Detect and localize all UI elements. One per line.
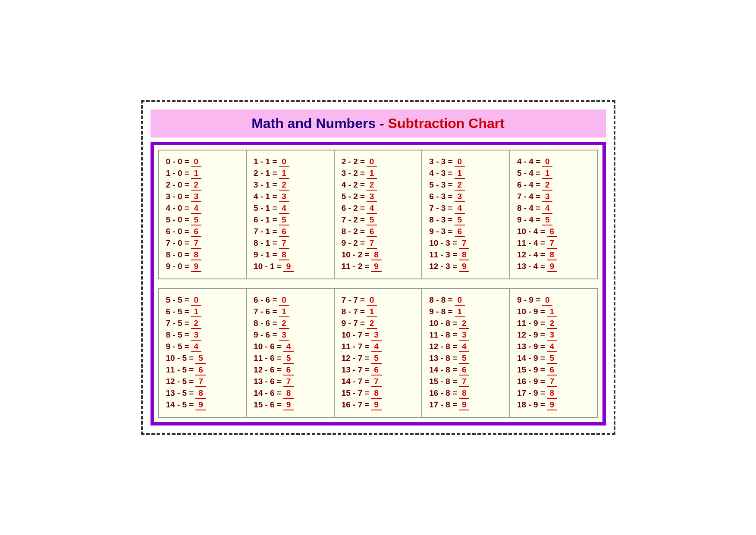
eq-answer: 0 (542, 157, 552, 167)
eq-answer: 6 (547, 365, 557, 375)
eq-text: 8 - 2 = (342, 227, 365, 236)
eq-answer: 0 (191, 157, 201, 167)
eq-text: 6 - 1 = (254, 215, 277, 225)
equation-g1-c1-r3: 9 - 6 = 3 (254, 330, 327, 341)
eq-text: 3 - 1 = (254, 180, 277, 190)
eq-answer: 1 (279, 169, 289, 179)
eq-text: 7 - 5 = (166, 319, 189, 328)
equation-g1-c0-r2: 7 - 5 = 2 (166, 319, 239, 329)
eq-answer: 1 (542, 169, 552, 179)
eq-answer: 0 (279, 295, 289, 306)
eq-answer: 4 (191, 203, 201, 214)
equation-g1-c0-r5: 10 - 5 = 5 (166, 354, 239, 364)
cell-g0-c2: 2 - 2 = 03 - 2 = 14 - 2 = 25 - 2 = 36 - … (335, 150, 423, 279)
eq-text: 11 - 8 = (429, 330, 457, 340)
eq-answer: 5 (195, 354, 206, 364)
eq-answer: 1 (191, 307, 201, 317)
eq-answer: 0 (367, 295, 377, 306)
equation-g0-c1-r7: 8 - 1 = 7 (254, 238, 327, 249)
equation-g0-c4-r6: 10 - 4 = 6 (517, 227, 590, 237)
top-grid: 0 - 0 = 01 - 0 = 12 - 0 = 23 - 0 = 34 - … (158, 150, 598, 279)
eq-text: 10 - 1 = (254, 262, 282, 271)
eq-answer: 9 (195, 400, 206, 410)
eq-answer: 8 (371, 388, 382, 399)
eq-answer: 8 (195, 388, 206, 399)
eq-text: 16 - 7 = (342, 400, 370, 410)
eq-text: 9 - 5 = (166, 342, 189, 351)
equation-g1-c2-r8: 15 - 7 = 8 (342, 388, 415, 399)
eq-text: 13 - 8 = (429, 354, 457, 363)
cell-g1-c0: 5 - 5 = 06 - 5 = 17 - 5 = 28 - 5 = 39 - … (159, 289, 247, 418)
eq-text: 1 - 1 = (254, 157, 277, 166)
eq-answer: 2 (191, 319, 201, 329)
equation-g1-c0-r6: 11 - 5 = 6 (166, 365, 239, 375)
eq-answer: 8 (459, 388, 469, 399)
eq-text: 12 - 7 = (342, 354, 370, 363)
equation-g0-c2-r0: 2 - 2 = 0 (342, 157, 415, 167)
eq-text: 6 - 3 = (429, 192, 452, 201)
eq-answer: 9 (371, 262, 382, 272)
eq-answer: 5 (367, 215, 377, 225)
eq-text: 1 - 0 = (166, 169, 189, 178)
eq-text: 3 - 0 = (166, 192, 189, 201)
eq-text: 7 - 3 = (429, 203, 452, 213)
eq-answer: 2 (542, 180, 552, 191)
equation-g1-c4-r2: 11 - 9 = 2 (517, 319, 590, 329)
eq-answer: 3 (459, 330, 469, 341)
eq-text: 7 - 0 = (166, 238, 189, 248)
eq-text: 8 - 5 = (166, 330, 189, 340)
equation-g1-c2-r3: 10 - 7 = 3 (342, 330, 415, 341)
equation-g0-c3-r4: 7 - 3 = 4 (429, 203, 502, 214)
title-normal: Math and Numbers - (251, 116, 388, 131)
equation-g1-c2-r0: 7 - 7 = 0 (342, 295, 415, 306)
equation-g0-c1-r3: 4 - 1 = 3 (254, 192, 327, 202)
cell-g0-c1: 1 - 1 = 02 - 1 = 13 - 1 = 24 - 1 = 35 - … (247, 150, 335, 279)
eq-text: 4 - 3 = (429, 169, 452, 178)
eq-answer: 8 (191, 250, 201, 260)
equation-g0-c3-r1: 4 - 3 = 1 (429, 169, 502, 179)
eq-answer: 5 (191, 215, 201, 225)
eq-answer: 3 (279, 330, 289, 341)
eq-text: 9 - 7 = (342, 319, 365, 328)
eq-answer: 5 (279, 215, 289, 225)
eq-text: 11 - 4 = (517, 238, 545, 248)
eq-text: 16 - 9 = (517, 377, 545, 386)
eq-text: 10 - 7 = (342, 330, 370, 340)
eq-text: 12 - 8 = (429, 342, 457, 351)
eq-answer: 1 (455, 307, 465, 317)
eq-answer: 9 (283, 262, 294, 272)
equation-g1-c1-r6: 12 - 6 = 6 (254, 365, 327, 375)
eq-answer: 4 (279, 203, 289, 214)
eq-text: 5 - 4 = (517, 169, 540, 178)
eq-text: 12 - 4 = (517, 250, 545, 260)
eq-answer: 7 (547, 377, 557, 387)
eq-text: 18 - 9 = (517, 400, 545, 410)
eq-answer: 2 (279, 180, 289, 191)
cell-g0-c0: 0 - 0 = 01 - 0 = 12 - 0 = 23 - 0 = 34 - … (159, 150, 247, 279)
equation-g1-c1-r1: 7 - 6 = 1 (254, 307, 327, 317)
equation-g0-c0-r0: 0 - 0 = 0 (166, 157, 239, 167)
eq-answer: 5 (455, 215, 465, 225)
eq-text: 11 - 6 = (254, 354, 282, 363)
equation-g0-c3-r6: 9 - 3 = 6 (429, 227, 502, 237)
equation-g1-c3-r3: 11 - 8 = 3 (429, 330, 502, 341)
eq-text: 6 - 2 = (342, 203, 365, 213)
equation-g0-c3-r9: 12 - 3 = 9 (429, 262, 502, 272)
eq-text: 17 - 9 = (517, 388, 545, 398)
eq-text: 2 - 2 = (342, 157, 365, 166)
equation-g1-c3-r1: 9 - 8 = 1 (429, 307, 502, 317)
eq-text: 17 - 8 = (429, 400, 457, 410)
outer-container: Math and Numbers - Subtraction Chart 0 -… (141, 100, 615, 435)
equation-g0-c3-r8: 11 - 3 = 8 (429, 250, 502, 260)
eq-answer: 3 (279, 192, 289, 202)
equation-g1-c2-r7: 14 - 7 = 7 (342, 377, 415, 387)
eq-text: 6 - 6 = (254, 295, 277, 305)
eq-answer: 2 (459, 319, 469, 329)
equation-g0-c4-r8: 12 - 4 = 8 (517, 250, 590, 260)
eq-text: 16 - 8 = (429, 388, 457, 398)
eq-answer: 4 (367, 203, 377, 214)
eq-answer: 5 (459, 354, 469, 364)
equation-g1-c2-r1: 8 - 7 = 1 (342, 307, 415, 317)
eq-answer: 2 (367, 180, 377, 191)
equation-g1-c3-r9: 17 - 8 = 9 (429, 400, 502, 410)
